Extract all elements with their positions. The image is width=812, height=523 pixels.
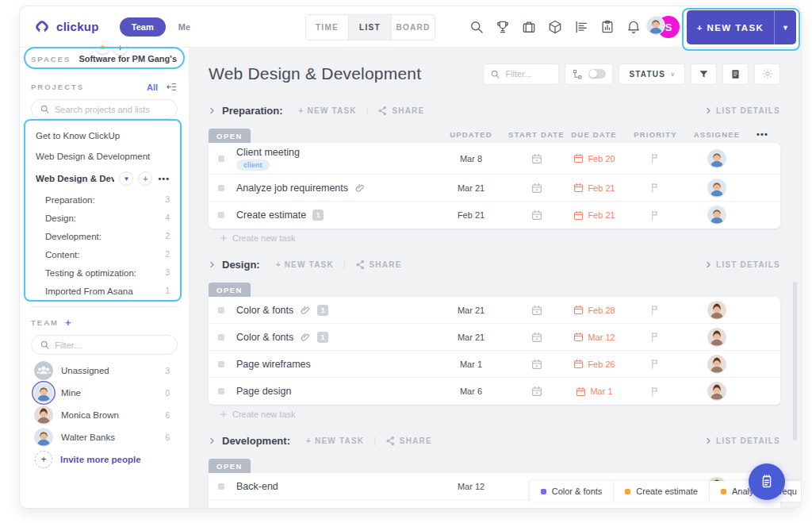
status-open-badge[interactable]: OPEN (209, 459, 251, 473)
priority-cell[interactable] (622, 358, 689, 370)
task-name[interactable]: Back-end (236, 481, 278, 492)
due-date-cell[interactable]: Mar 12 (566, 331, 622, 343)
due-date-cell[interactable]: Feb 28 (566, 304, 622, 316)
project-add-icon[interactable]: + (138, 171, 152, 186)
current-space-name[interactable]: Software for PM Gang's Sp... (79, 54, 178, 63)
task-name[interactable]: Analyze job requirements (236, 183, 348, 194)
collapse-sidebar-icon[interactable] (166, 81, 178, 93)
sidebar-project-item[interactable]: Preparation:3 (29, 190, 179, 209)
team-filter-input[interactable]: Filter... (31, 335, 178, 355)
attachment-icon[interactable] (300, 305, 311, 316)
project-more-icon[interactable]: ••• (158, 174, 170, 183)
group-new-task-button[interactable]: + NEW TASK (299, 106, 357, 115)
group-share-button[interactable]: SHARE (377, 106, 424, 116)
assignee-cell[interactable] (689, 179, 745, 198)
due-date-cell[interactable]: Feb 21 (566, 182, 622, 194)
priority-cell[interactable] (622, 182, 689, 194)
assignee-cell[interactable] (689, 301, 745, 320)
new-task-dropdown-caret-icon[interactable]: ▼ (774, 10, 796, 44)
start-date-cell[interactable] (507, 385, 566, 398)
invite-more-people[interactable]: + Invite more people (29, 448, 179, 471)
list-details-link[interactable]: LIST DETAILS (705, 436, 780, 445)
task-row[interactable]: Client meeting client Mar 8 Feb 20 (209, 143, 780, 175)
sidebar-project-item[interactable]: Development:2 (29, 227, 179, 245)
project-expand-chevron-icon[interactable]: ▼ (119, 171, 133, 186)
start-date-cell[interactable] (507, 209, 566, 221)
task-tag[interactable]: client (236, 160, 270, 171)
task-filter-input[interactable]: Filter... (483, 63, 559, 85)
group-share-button[interactable]: SHARE (355, 260, 402, 270)
task-name[interactable]: Client meeting (236, 147, 300, 158)
task-name[interactable]: Color & fonts (236, 332, 293, 343)
new-task-button[interactable]: + NEW TASK ▼ (687, 10, 796, 44)
subtask-toggle[interactable] (565, 63, 613, 85)
tray-task-chip[interactable]: Create estimate (613, 481, 709, 502)
task-row[interactable]: Page design Mar 6 Mar 1 (209, 378, 780, 405)
team-member-row[interactable]: Mine 0 (29, 382, 179, 404)
docs-button[interactable] (722, 63, 749, 85)
start-date-cell[interactable] (507, 358, 566, 371)
nav-me[interactable]: Me (178, 22, 190, 32)
drag-handle[interactable] (218, 483, 224, 490)
task-name[interactable]: Create estimate (236, 210, 306, 221)
due-date-cell[interactable]: Feb 26 (566, 358, 622, 370)
column-header[interactable]: ••• (745, 129, 780, 143)
priority-cell[interactable] (622, 152, 689, 164)
create-new-task[interactable]: Create new task (209, 229, 780, 248)
toggle-switch[interactable] (588, 69, 606, 79)
due-date-cell[interactable]: Feb 21 (566, 210, 622, 221)
status-open-badge[interactable]: OPEN (209, 129, 251, 143)
attachment-icon[interactable] (300, 332, 311, 343)
scrollbar-thumb[interactable] (793, 282, 797, 440)
due-date-cell[interactable]: Mar 1 (566, 386, 622, 398)
status-open-badge[interactable]: OPEN (209, 283, 251, 297)
list-details-link[interactable]: LIST DETAILS (705, 106, 780, 115)
user-cluster[interactable]: S ▾ (646, 6, 690, 48)
assignee-cell[interactable] (689, 355, 745, 374)
priority-cell[interactable] (622, 331, 689, 343)
assignee-cell[interactable] (689, 328, 745, 347)
view-tab-list[interactable]: LIST (349, 15, 392, 40)
team-member-row[interactable]: Walter Banks 6 (29, 426, 179, 448)
sidebar-project-item[interactable]: Web Design & Devel...▼ + ••• (29, 167, 179, 190)
group-share-button[interactable]: SHARE (385, 436, 432, 446)
filter-button[interactable] (691, 63, 717, 85)
view-tab-time[interactable]: TIME (306, 15, 349, 40)
report-icon[interactable] (573, 19, 589, 35)
sidebar-project-item[interactable]: Get to Know ClickUp (29, 125, 179, 146)
drag-handle[interactable] (218, 212, 224, 218)
task-row[interactable]: Color & fonts 1 Mar 21 Mar 12 (209, 324, 780, 351)
clipboard-chart-icon[interactable] (599, 19, 615, 35)
assignee-cell[interactable] (689, 149, 745, 168)
drag-handle[interactable] (218, 361, 224, 367)
task-name[interactable]: Page design (236, 386, 292, 397)
drag-handle[interactable] (218, 156, 224, 162)
sidebar-project-item[interactable]: Content:2 (29, 245, 179, 263)
view-tab-board[interactable]: BOARD (392, 15, 435, 40)
favorite-star-icon[interactable]: ★ (96, 40, 109, 54)
group-name[interactable]: Preparation: (222, 105, 283, 117)
group-name[interactable]: Design: (222, 259, 260, 271)
group-chevron-icon[interactable] (209, 107, 216, 114)
start-date-cell[interactable] (507, 304, 566, 317)
list-details-link[interactable]: LIST DETAILS (705, 260, 780, 269)
drag-handle[interactable] (218, 307, 224, 313)
team-member-row[interactable]: Unassigned 3 (29, 360, 179, 382)
group-chevron-icon[interactable] (209, 437, 216, 444)
priority-cell[interactable] (622, 386, 689, 398)
start-date-cell[interactable] (507, 182, 566, 194)
clickapps-bolt-icon[interactable] (113, 41, 127, 55)
task-name[interactable]: Color & fonts (236, 305, 293, 316)
tray-task-chip[interactable]: Color & fonts (529, 481, 614, 502)
due-date-cell[interactable]: Feb 20 (566, 152, 622, 164)
priority-cell[interactable] (622, 210, 689, 221)
priority-cell[interactable] (622, 304, 689, 316)
project-search-input[interactable]: Search projects and lists (31, 99, 178, 119)
task-row[interactable]: Color & fonts 1 Mar 21 Feb 28 (209, 297, 780, 324)
drag-handle[interactable] (218, 388, 224, 394)
clickup-logo[interactable]: clickup (34, 19, 99, 35)
sidebar-project-item[interactable]: Web Design & Development (29, 146, 179, 167)
drag-handle[interactable] (218, 334, 224, 340)
attachment-icon[interactable] (354, 183, 366, 194)
sidebar-project-item[interactable]: Testing & optimization:3 (29, 263, 179, 282)
